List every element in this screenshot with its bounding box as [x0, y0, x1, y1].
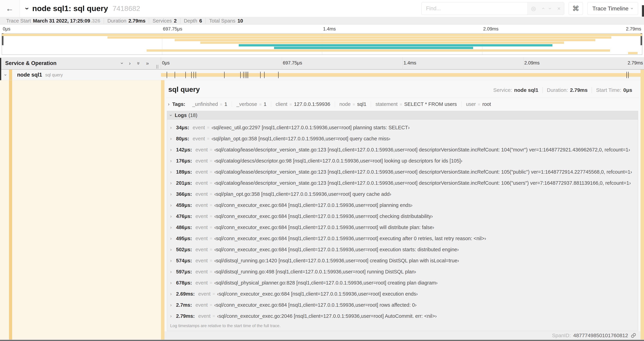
- back-button[interactable]: ←: [0, 0, 20, 17]
- expand-all-icon[interactable]: »: [146, 60, 149, 66]
- log-chevron-icon[interactable]: ›: [170, 258, 176, 263]
- ruler-tick-label: 697.75μs: [283, 60, 302, 66]
- logs-section: › Logs (18) ›34μs:event=‹sql/exec_util.g…: [167, 111, 638, 331]
- tag-key: node: [340, 101, 351, 107]
- log-timestamp: 678μs:: [176, 280, 192, 286]
- deep-link-icon[interactable]: [630, 332, 636, 338]
- log-row[interactable]: ›486μs:event=‹sql/conn_executor_exec.go:…: [167, 222, 638, 233]
- log-chevron-icon[interactable]: ›: [170, 236, 176, 241]
- log-row[interactable]: ›2.69ms:event=‹sql/conn_executor_exec.go…: [167, 288, 638, 299]
- tag-item[interactable]: node=sql1: [335, 101, 371, 107]
- log-row[interactable]: ›176μs:event=‹sql/catalog/descs/descript…: [167, 155, 638, 166]
- span-row-label[interactable]: › node sql1 sql query: [0, 70, 161, 80]
- log-chevron-icon[interactable]: ›: [170, 191, 176, 197]
- log-chevron-icon[interactable]: ›: [170, 147, 176, 152]
- log-row[interactable]: ›201μs:event=‹sql/catalog/lease/descript…: [167, 177, 638, 189]
- log-chevron-icon[interactable]: ›: [170, 313, 176, 319]
- column-resize-grip[interactable]: [156, 65, 158, 69]
- expand-one-icon[interactable]: ›: [129, 60, 131, 66]
- collapse-all-icon[interactable]: »: [136, 62, 141, 65]
- depth-item: Depth 6: [180, 18, 206, 24]
- tag-value: 1: [224, 101, 227, 107]
- log-timestamp: 142μs:: [176, 147, 192, 153]
- collapse-one-icon[interactable]: ›: [119, 62, 125, 64]
- span-service-name[interactable]: node sql1: [17, 72, 42, 78]
- span-detail-left-panel: [0, 80, 161, 339]
- log-chevron-icon[interactable]: ›: [170, 136, 176, 141]
- log-chevron-icon[interactable]: ›: [170, 247, 176, 252]
- log-event-tick: [628, 72, 628, 78]
- collapse-trace-chevron-icon[interactable]: ›: [23, 7, 31, 10]
- log-row[interactable]: ›502μs:event=‹sql/conn_executor_exec.go:…: [167, 244, 638, 255]
- log-chevron-icon[interactable]: ›: [170, 269, 176, 274]
- log-chevron-icon[interactable]: ›: [170, 125, 176, 130]
- span-detail-title[interactable]: sql query: [168, 85, 200, 94]
- log-row[interactable]: ›34μs:event=‹sql/exec_util.go:2297 [nsql…: [167, 122, 638, 133]
- log-chevron-icon[interactable]: ›: [170, 291, 176, 297]
- equals-sign: =: [210, 258, 212, 263]
- log-chevron-icon[interactable]: ›: [170, 203, 176, 208]
- log-row[interactable]: ›2.7ms:event=‹sql/conn_executor_exec.go:…: [167, 299, 638, 310]
- find-next-icon[interactable]: ›: [548, 8, 553, 10]
- scrollbar-thumb[interactable]: [642, 5, 644, 17]
- log-timestamp: 2.79ms:: [176, 313, 195, 319]
- tag-item[interactable]: _unfinished=1: [188, 101, 232, 107]
- logs-toggle-header[interactable]: › Logs (18): [167, 111, 638, 120]
- log-field-value: ‹sql/conn_executor_exec.go:684 [nsql1,cl…: [214, 202, 412, 208]
- log-row[interactable]: ›189μs:event=‹sql/catalog/lease/descript…: [167, 166, 638, 177]
- duration-item: Duration 2.79ms: [104, 18, 149, 24]
- log-chevron-icon[interactable]: ›: [170, 158, 176, 164]
- clear-find-icon[interactable]: ×: [557, 6, 560, 11]
- trace-view-dropdown[interactable]: Trace Timeline ›: [588, 2, 638, 15]
- header-actions: ◎ › › × ⌘ Trace Timeline ›: [421, 2, 638, 15]
- trace-minimap[interactable]: [2, 33, 642, 55]
- log-chevron-icon[interactable]: ›: [170, 180, 176, 186]
- log-event-tick: [245, 72, 245, 78]
- span-detail-panel: sql query Service: node sql1 Duration: 2…: [164, 80, 640, 339]
- locate-icon[interactable]: ◎: [531, 6, 536, 11]
- keyboard-shortcuts-button[interactable]: ⌘: [569, 2, 583, 15]
- logs-chevron-icon[interactable]: ›: [169, 115, 173, 116]
- tags-label: Tags:: [172, 101, 185, 107]
- log-field-value: ‹sql/conn_executor_exec.go:684 [nsql1,cl…: [214, 225, 434, 230]
- trace-title-wrap: › node sql1: sql query 7418682: [26, 4, 140, 13]
- service-color-stripe: [9, 80, 12, 339]
- log-row[interactable]: ›80μs:event=‹sql/plan_opt.go:358 [nsql1,…: [167, 133, 638, 144]
- log-chevron-icon[interactable]: ›: [170, 280, 176, 285]
- tag-item[interactable]: client=127.0.0.1:59936: [271, 101, 335, 107]
- tag-item[interactable]: user=root: [461, 101, 496, 107]
- log-chevron-icon[interactable]: ›: [170, 169, 176, 175]
- log-row[interactable]: ›678μs:event=‹sql/distsql_physical_plann…: [167, 277, 638, 288]
- tag-item[interactable]: statement=SELECT * FROM users: [371, 101, 461, 107]
- info-label: Services: [152, 18, 172, 24]
- span-row[interactable]: › node sql1 sql query: [0, 70, 644, 80]
- find-prev-icon[interactable]: ›: [540, 8, 546, 10]
- tags-chevron-icon[interactable]: ›: [168, 102, 170, 107]
- log-row[interactable]: ›476μs:event=‹sql/conn_executor_exec.go:…: [167, 211, 638, 222]
- find-input[interactable]: [422, 2, 528, 15]
- equals-sign: =: [210, 158, 212, 163]
- log-row[interactable]: ›366μs:event=‹sql/plan_opt.go:358 [nsql1…: [167, 189, 638, 200]
- span-duration-bar[interactable]: [161, 73, 644, 77]
- equals-sign: =: [210, 214, 212, 219]
- tag-item[interactable]: _verbose=1: [232, 101, 271, 107]
- log-event-tick: [278, 72, 278, 78]
- log-chevron-icon[interactable]: ›: [170, 302, 176, 308]
- log-chevron-icon[interactable]: ›: [170, 214, 176, 219]
- minimap-tick-label: 2.79ms: [626, 26, 641, 32]
- log-event-tick: [246, 72, 247, 78]
- log-row[interactable]: ›142μs:event=‹sql/catalog/lease/descript…: [167, 144, 638, 155]
- tag-key: _verbose: [236, 101, 257, 107]
- tags-toggle-row[interactable]: › Tags: _unfinished=1_verbose=1client=12…: [164, 98, 640, 110]
- log-row[interactable]: ›459μs:event=‹sql/conn_executor_exec.go:…: [167, 200, 638, 211]
- meta-service: Service: node sql1: [489, 87, 542, 93]
- log-field-value: ‹sql/catalog/lease/descriptor_version_st…: [214, 147, 630, 153]
- log-row[interactable]: ›2.79ms:event=‹sql/conn_executor_exec.go…: [167, 310, 638, 321]
- info-label: Total Spans: [209, 18, 236, 24]
- span-collapse-chevron-icon[interactable]: ›: [3, 74, 8, 76]
- log-chevron-icon[interactable]: ›: [170, 225, 176, 230]
- log-row[interactable]: ›574μs:event=‹sql/distsql_running.go:142…: [167, 255, 638, 266]
- span-detail-header[interactable]: sql query Service: node sql1 Duration: 2…: [164, 80, 640, 94]
- log-row[interactable]: ›495μs:event=‹sql/conn_executor_exec.go:…: [167, 233, 638, 244]
- log-row[interactable]: ›597μs:event=‹sql/distsql_running.go:498…: [167, 266, 638, 277]
